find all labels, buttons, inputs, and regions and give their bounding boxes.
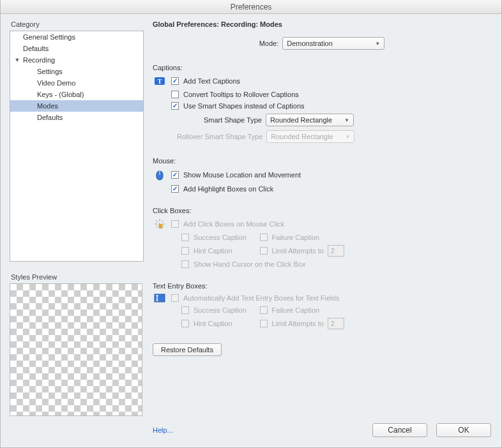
text-caption-icon: T [154, 75, 165, 87]
category-tree[interactable]: General Settings Defaults ▼ Recording Se… [10, 31, 144, 262]
cb-handcursor-checkbox [181, 260, 189, 268]
mode-label: Mode: [259, 40, 279, 47]
restore-defaults-button[interactable]: Restore Defaults [153, 343, 222, 356]
auto-add-textentry-label: Automatically Add Text Entry Boxes for T… [183, 294, 339, 302]
tree-label: Defaults [23, 45, 49, 52]
rollover-smart-shape-select: Rounded Rectangle ▼ [266, 130, 354, 143]
auto-add-textentry-checkbox [171, 294, 179, 302]
clickboxes-heading: Click Boxes: [153, 207, 491, 214]
cb-hint-checkbox [181, 247, 189, 255]
te-limit-checkbox [260, 320, 268, 327]
te-limit-value: 2 [328, 318, 344, 329]
rollover-smart-shape-value: Rounded Rectangle [271, 133, 333, 140]
tree-label: Modes [37, 102, 58, 110]
svg-line-11 [156, 226, 158, 228]
smart-shape-type-value: Rounded Rectangle [270, 116, 332, 124]
tree-label: General Settings [23, 33, 75, 41]
show-mouse-location-checkbox[interactable] [171, 171, 179, 179]
category-label: Category [11, 20, 144, 28]
cb-limit-label: Limit Attempts to [272, 247, 324, 255]
tree-label: Keys - (Global) [37, 91, 84, 98]
show-mouse-location-label: Show Mouse Location and Movement [183, 171, 301, 179]
te-success-checkbox [181, 306, 189, 314]
cb-success-checkbox [181, 234, 189, 241]
add-text-captions-checkbox[interactable] [171, 77, 179, 85]
svg-text:T: T [158, 78, 162, 85]
cb-failure-checkbox [260, 234, 268, 241]
tree-item-modes[interactable]: Modes [10, 100, 143, 112]
add-text-captions-label: Add Text Captions [183, 77, 240, 85]
tree-item-general-settings[interactable]: General Settings [10, 31, 143, 43]
mode-select-value: Demonstration [287, 40, 333, 47]
highlight-boxes-label: Add Highlight Boxes on Click [183, 185, 273, 193]
mouse-icon [155, 168, 165, 181]
te-failure-checkbox [260, 306, 268, 314]
chevron-down-icon: ▼ [345, 134, 350, 140]
svg-line-8 [156, 220, 158, 222]
highlight-boxes-checkbox[interactable] [171, 185, 179, 193]
disclosure-triangle-icon[interactable]: ▼ [13, 57, 22, 63]
tree-item-defaults[interactable]: Defaults [10, 43, 143, 54]
chevron-down-icon: ▼ [344, 117, 349, 123]
cb-limit-checkbox [260, 247, 268, 255]
tree-item-video-demo[interactable]: Video Demo [10, 77, 143, 89]
cb-limit-value: 2 [328, 245, 344, 257]
te-hint-checkbox [181, 320, 189, 327]
text-entry-icon [154, 294, 165, 302]
tree-item-keys-global[interactable]: Keys - (Global) [10, 89, 143, 100]
te-success-label: Success Caption [194, 306, 247, 314]
te-failure-label: Failure Caption [272, 306, 320, 314]
tree-item-recording[interactable]: ▼ Recording [10, 54, 143, 66]
captions-heading: Captions: [153, 64, 491, 71]
cb-handcursor-label: Show Hand Cursor on the Click Box [194, 260, 305, 268]
smart-shape-type-label: Smart Shape Type [204, 116, 262, 124]
te-limit-label: Limit Attempts to [272, 320, 324, 327]
chevron-down-icon: ▼ [375, 41, 380, 47]
styles-preview [10, 283, 142, 416]
tree-label: Defaults [37, 114, 63, 121]
breadcrumb: Global Preferences: Recording: Modes [153, 20, 491, 28]
cb-success-label: Success Caption [194, 234, 247, 241]
tree-item-settings[interactable]: Settings [10, 66, 143, 77]
cb-hint-label: Hint Caption [194, 247, 232, 255]
tree-item-defaults-rec[interactable]: Defaults [10, 112, 143, 123]
mode-select[interactable]: Demonstration ▼ [282, 37, 384, 50]
tree-label: Recording [23, 56, 55, 64]
rollover-smart-shape-label: Rollover Smart Shape Type [177, 133, 262, 140]
tree-label: Video Demo [37, 79, 75, 87]
click-icon [154, 218, 165, 230]
cancel-button[interactable]: Cancel [372, 423, 427, 437]
tree-label: Settings [37, 68, 63, 75]
use-smart-shapes-label: Use Smart Shapes instead of Captions [183, 102, 305, 110]
svg-line-10 [162, 220, 164, 222]
convert-tooltips-label: Convert Tooltips to Rollover Captions [183, 91, 299, 98]
mouse-heading: Mouse: [153, 157, 491, 165]
use-smart-shapes-checkbox[interactable] [171, 102, 179, 110]
add-click-boxes-checkbox [171, 220, 179, 228]
styles-preview-label: Styles Preview [11, 273, 144, 281]
te-hint-label: Hint Caption [194, 320, 232, 327]
textentry-heading: Text Entry Boxes: [153, 282, 491, 290]
window-title: Preferences [1, 0, 501, 14]
cb-failure-label: Failure Caption [272, 234, 320, 241]
help-link[interactable]: Help... [153, 426, 173, 434]
add-click-boxes-label: Add Click Boxes on Mouse Click [183, 220, 284, 228]
ok-button[interactable]: OK [436, 423, 491, 437]
smart-shape-type-select[interactable]: Rounded Rectangle ▼ [266, 114, 354, 126]
convert-tooltips-checkbox[interactable] [171, 91, 179, 98]
